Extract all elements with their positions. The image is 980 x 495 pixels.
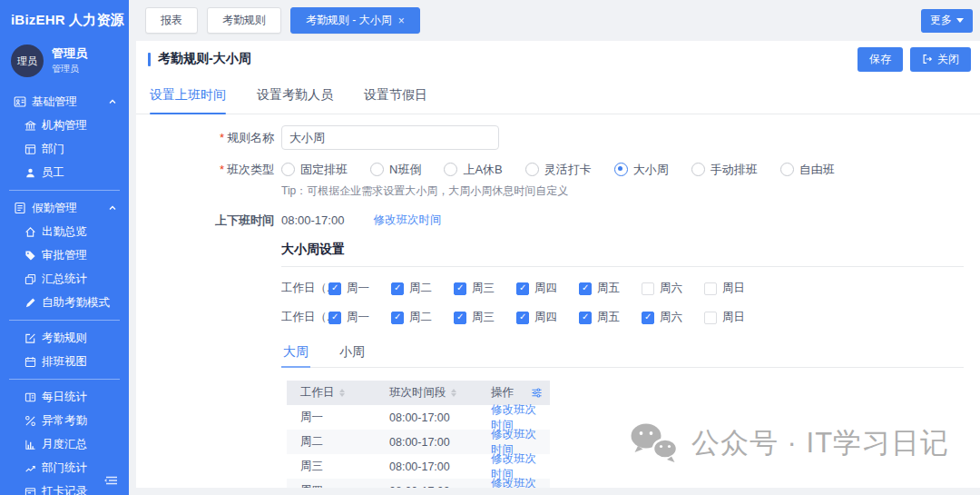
avatar[interactable]: 理员 [11,45,44,77]
checkbox-wednesday[interactable]: 周三 [454,310,495,325]
opened-tab-attendance-rules[interactable]: 考勤规则 [207,7,281,34]
sidebar-group-basic-management[interactable]: 基础管理 [0,90,129,114]
checkbox-icon[interactable] [579,282,592,295]
sidebar-item-monthly-summary[interactable]: 月度汇总 [0,432,129,456]
radio-icon[interactable] [281,163,295,176]
collapse-sidebar-icon[interactable] [104,474,119,490]
pen-icon [24,296,36,309]
sidebar-item-approval-management[interactable]: 审批管理 [0,243,129,267]
divider [281,266,964,267]
radio-icon[interactable] [614,163,628,176]
sidebar-item-self-attendance-mode[interactable]: 自助考勤模式 [0,291,129,314]
checkbox-thursday[interactable]: 周四 [516,281,557,296]
checkbox-icon[interactable] [579,312,592,324]
more-button[interactable]: 更多 [921,9,973,33]
checkbox-icon[interactable] [454,312,466,324]
close-button[interactable]: 关闭 [910,47,971,72]
checkbox-friday[interactable]: 周五 [579,310,620,325]
main-area: 报表 考勤规则 考勤规则 - 大小周 × 更多 考勤规则-大小周 保存 [129,0,980,495]
tab-small-week[interactable]: 小周 [338,339,367,367]
checkbox-saturday[interactable]: 周六 [642,310,682,325]
user-profile[interactable]: 理员 管理员 管理员 [0,29,129,83]
radio-icon[interactable] [370,163,384,176]
radio-free-shift[interactable]: 自由班 [780,162,835,178]
rule-name-input[interactable] [281,125,499,150]
unlink-icon [24,414,36,427]
radio-fixed-schedule[interactable]: 固定排班 [281,162,348,178]
tab-set-attendance-staff[interactable]: 设置考勤人员 [257,77,333,114]
opened-tab-attendance-rule-detail[interactable]: 考勤规则 - 大小周 × [290,7,420,34]
checkbox-icon[interactable] [642,312,654,324]
page-title: 考勤规则-大小周 [148,51,251,67]
column-settings-icon[interactable] [531,387,543,399]
tag-icon [24,249,36,262]
sidebar-item-label: 机构管理 [42,118,87,134]
checkbox-icon[interactable] [642,282,654,295]
checkbox-friday[interactable]: 周五 [579,281,620,296]
sidebar-group-leave-management[interactable]: 假勤管理 [0,196,129,220]
sidebar-item-label: 考勤规则 [42,331,87,346]
radio-work-a-rest-b[interactable]: 上A休B [444,162,502,178]
bank-icon [24,119,36,132]
sidebar-item-employee[interactable]: 员工 [0,161,129,184]
sidebar-item-label: 异常考勤 [42,413,87,429]
checkbox-icon[interactable] [704,312,717,324]
radio-icon[interactable] [525,163,539,176]
radio-icon[interactable] [780,163,794,176]
department-icon [24,143,36,155]
checkbox-tuesday[interactable]: 周二 [391,281,432,296]
modify-shift-time-link[interactable]: 修改班次时间 [373,213,441,228]
sidebar-item-schedule-view[interactable]: 排班视图 [0,350,129,373]
checkbox-icon[interactable] [704,282,717,295]
checkbox-sunday[interactable]: 周日 [704,310,745,325]
checkbox-tuesday[interactable]: 周二 [391,310,432,325]
sidebar-item-attendance-rules[interactable]: 考勤规则 [0,326,129,350]
sidebar-item-summary-statistics[interactable]: 汇总统计 [0,267,129,291]
checkbox-sunday[interactable]: 周日 [704,281,745,296]
close-tab-icon[interactable]: × [398,15,405,26]
sort-icon[interactable] [339,389,345,397]
checkbox-monday[interactable]: 周一 [328,281,369,296]
sidebar-item-attendance-overview[interactable]: 出勤总览 [0,220,129,243]
checkbox-saturday[interactable]: 周六 [642,281,682,296]
workday-row-small-week: 工作日（... 周一 周二 周三 周四 周五 周六 周日 [281,281,964,296]
card-header: 考勤规则-大小周 保存 关闭 [136,41,980,77]
save-button[interactable]: 保存 [858,47,903,72]
table-body: 周一 08:00-17:00 修改班次时间 周二 08:00-17:00 修改班… [287,405,550,488]
sidebar-item-org-management[interactable]: 机构管理 [0,114,129,137]
modify-shift-time-link[interactable]: 修改班次时间 [491,476,543,489]
radio-icon[interactable] [691,163,705,176]
checkbox-icon[interactable] [328,282,341,295]
sidebar-item-department[interactable]: 部门 [0,137,129,161]
sidebar-item-daily-statistics[interactable]: 每日统计 [0,385,129,409]
checkbox-monday[interactable]: 周一 [328,310,369,325]
rule-form: *规则名称 *班次类型 固定排班 N班倒 上A休B 灵活打卡 大小周 手动排班 … [136,114,980,488]
checkbox-icon[interactable] [391,312,404,324]
radio-flexible-punch[interactable]: 灵活打卡 [525,162,592,178]
windows-icon [24,272,36,285]
checkbox-icon[interactable] [516,312,529,324]
tab-set-holidays[interactable]: 设置节假日 [364,77,427,114]
radio-icon[interactable] [444,163,457,176]
sort-icon[interactable] [451,389,456,397]
checkbox-thursday[interactable]: 周四 [516,310,557,325]
tab-big-week[interactable]: 大周 [281,339,310,367]
sidebar-item-label: 基础管理 [32,94,77,110]
radio-n-shift[interactable]: N班倒 [370,162,421,178]
sidebar-item-abnormal-attendance[interactable]: 异常考勤 [0,409,129,432]
radio-big-small-week[interactable]: 大小周 [614,162,669,178]
app-logo: iBizEHR 人力资源 [0,0,129,29]
checkbox-icon[interactable] [328,312,341,324]
checkbox-icon[interactable] [454,282,466,295]
opened-tab-reports[interactable]: 报表 [145,7,198,34]
work-time-row: 上下班时间 08:00-17:00 修改班次时间 [136,208,980,233]
tab-set-work-time[interactable]: 设置上班时间 [150,77,226,114]
checkbox-icon[interactable] [391,282,404,295]
radio-manual-schedule[interactable]: 手动排班 [691,162,758,178]
chevron-up-icon[interactable] [108,203,117,213]
sidebar-item-label: 员工 [42,165,64,181]
checkbox-icon[interactable] [516,282,529,295]
checkbox-wednesday[interactable]: 周三 [454,281,495,296]
bar-chart-icon [24,438,36,450]
chevron-up-icon[interactable] [108,97,117,106]
